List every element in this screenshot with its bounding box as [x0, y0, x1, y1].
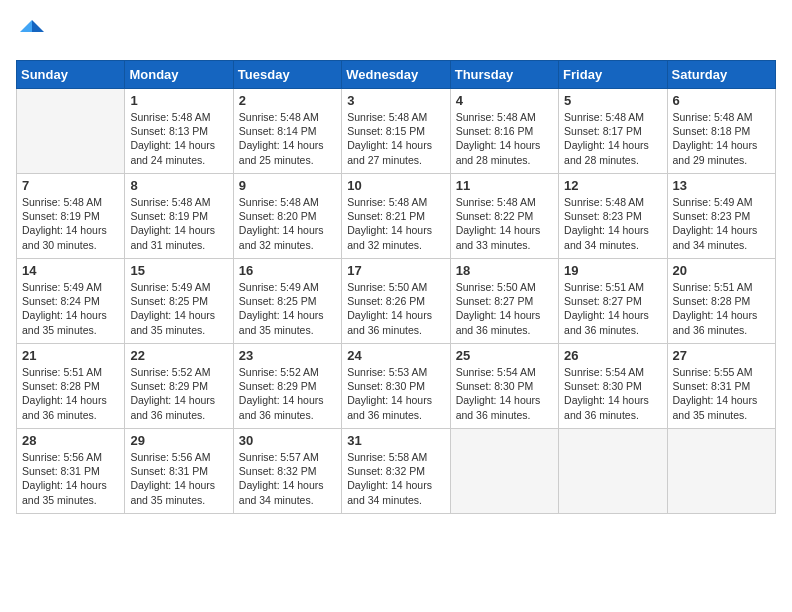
- day-cell: 8Sunrise: 5:48 AM Sunset: 8:19 PM Daylig…: [125, 174, 233, 259]
- day-number: 14: [22, 263, 119, 278]
- day-info: Sunrise: 5:49 AM Sunset: 8:25 PM Dayligh…: [130, 280, 227, 337]
- day-cell: 10Sunrise: 5:48 AM Sunset: 8:21 PM Dayli…: [342, 174, 450, 259]
- header: [16, 16, 776, 48]
- day-info: Sunrise: 5:51 AM Sunset: 8:28 PM Dayligh…: [673, 280, 770, 337]
- day-number: 5: [564, 93, 661, 108]
- day-info: Sunrise: 5:48 AM Sunset: 8:16 PM Dayligh…: [456, 110, 553, 167]
- day-number: 27: [673, 348, 770, 363]
- day-cell: 15Sunrise: 5:49 AM Sunset: 8:25 PM Dayli…: [125, 259, 233, 344]
- day-cell: 24Sunrise: 5:53 AM Sunset: 8:30 PM Dayli…: [342, 344, 450, 429]
- day-info: Sunrise: 5:51 AM Sunset: 8:28 PM Dayligh…: [22, 365, 119, 422]
- day-cell: 1Sunrise: 5:48 AM Sunset: 8:13 PM Daylig…: [125, 89, 233, 174]
- day-cell: 12Sunrise: 5:48 AM Sunset: 8:23 PM Dayli…: [559, 174, 667, 259]
- day-info: Sunrise: 5:57 AM Sunset: 8:32 PM Dayligh…: [239, 450, 336, 507]
- day-cell: 27Sunrise: 5:55 AM Sunset: 8:31 PM Dayli…: [667, 344, 775, 429]
- day-cell: 25Sunrise: 5:54 AM Sunset: 8:30 PM Dayli…: [450, 344, 558, 429]
- day-number: 3: [347, 93, 444, 108]
- day-header-wednesday: Wednesday: [342, 61, 450, 89]
- day-info: Sunrise: 5:53 AM Sunset: 8:30 PM Dayligh…: [347, 365, 444, 422]
- day-number: 9: [239, 178, 336, 193]
- day-cell: 9Sunrise: 5:48 AM Sunset: 8:20 PM Daylig…: [233, 174, 341, 259]
- day-number: 28: [22, 433, 119, 448]
- day-number: 19: [564, 263, 661, 278]
- day-cell: 11Sunrise: 5:48 AM Sunset: 8:22 PM Dayli…: [450, 174, 558, 259]
- day-cell: 6Sunrise: 5:48 AM Sunset: 8:18 PM Daylig…: [667, 89, 775, 174]
- day-info: Sunrise: 5:49 AM Sunset: 8:23 PM Dayligh…: [673, 195, 770, 252]
- day-cell: 5Sunrise: 5:48 AM Sunset: 8:17 PM Daylig…: [559, 89, 667, 174]
- day-number: 11: [456, 178, 553, 193]
- day-number: 4: [456, 93, 553, 108]
- day-info: Sunrise: 5:48 AM Sunset: 8:14 PM Dayligh…: [239, 110, 336, 167]
- day-cell: 18Sunrise: 5:50 AM Sunset: 8:27 PM Dayli…: [450, 259, 558, 344]
- day-cell: 28Sunrise: 5:56 AM Sunset: 8:31 PM Dayli…: [17, 429, 125, 514]
- day-info: Sunrise: 5:54 AM Sunset: 8:30 PM Dayligh…: [456, 365, 553, 422]
- day-info: Sunrise: 5:50 AM Sunset: 8:26 PM Dayligh…: [347, 280, 444, 337]
- day-info: Sunrise: 5:56 AM Sunset: 8:31 PM Dayligh…: [130, 450, 227, 507]
- week-row-2: 7Sunrise: 5:48 AM Sunset: 8:19 PM Daylig…: [17, 174, 776, 259]
- day-header-monday: Monday: [125, 61, 233, 89]
- day-cell: [667, 429, 775, 514]
- day-cell: 29Sunrise: 5:56 AM Sunset: 8:31 PM Dayli…: [125, 429, 233, 514]
- day-number: 23: [239, 348, 336, 363]
- day-info: Sunrise: 5:48 AM Sunset: 8:21 PM Dayligh…: [347, 195, 444, 252]
- day-number: 16: [239, 263, 336, 278]
- day-number: 8: [130, 178, 227, 193]
- day-info: Sunrise: 5:52 AM Sunset: 8:29 PM Dayligh…: [130, 365, 227, 422]
- day-cell: 2Sunrise: 5:48 AM Sunset: 8:14 PM Daylig…: [233, 89, 341, 174]
- day-number: 6: [673, 93, 770, 108]
- day-number: 22: [130, 348, 227, 363]
- day-number: 7: [22, 178, 119, 193]
- day-number: 29: [130, 433, 227, 448]
- day-number: 26: [564, 348, 661, 363]
- day-cell: 26Sunrise: 5:54 AM Sunset: 8:30 PM Dayli…: [559, 344, 667, 429]
- day-cell: 20Sunrise: 5:51 AM Sunset: 8:28 PM Dayli…: [667, 259, 775, 344]
- day-info: Sunrise: 5:49 AM Sunset: 8:24 PM Dayligh…: [22, 280, 119, 337]
- day-number: 17: [347, 263, 444, 278]
- week-row-1: 1Sunrise: 5:48 AM Sunset: 8:13 PM Daylig…: [17, 89, 776, 174]
- day-cell: 17Sunrise: 5:50 AM Sunset: 8:26 PM Dayli…: [342, 259, 450, 344]
- day-cell: 30Sunrise: 5:57 AM Sunset: 8:32 PM Dayli…: [233, 429, 341, 514]
- day-info: Sunrise: 5:48 AM Sunset: 8:17 PM Dayligh…: [564, 110, 661, 167]
- day-info: Sunrise: 5:48 AM Sunset: 8:20 PM Dayligh…: [239, 195, 336, 252]
- week-row-5: 28Sunrise: 5:56 AM Sunset: 8:31 PM Dayli…: [17, 429, 776, 514]
- day-number: 18: [456, 263, 553, 278]
- day-number: 12: [564, 178, 661, 193]
- day-cell: 13Sunrise: 5:49 AM Sunset: 8:23 PM Dayli…: [667, 174, 775, 259]
- week-row-4: 21Sunrise: 5:51 AM Sunset: 8:28 PM Dayli…: [17, 344, 776, 429]
- day-number: 24: [347, 348, 444, 363]
- day-info: Sunrise: 5:48 AM Sunset: 8:15 PM Dayligh…: [347, 110, 444, 167]
- day-info: Sunrise: 5:48 AM Sunset: 8:18 PM Dayligh…: [673, 110, 770, 167]
- day-info: Sunrise: 5:58 AM Sunset: 8:32 PM Dayligh…: [347, 450, 444, 507]
- calendar: SundayMondayTuesdayWednesdayThursdayFrid…: [16, 60, 776, 514]
- day-cell: 14Sunrise: 5:49 AM Sunset: 8:24 PM Dayli…: [17, 259, 125, 344]
- day-header-sunday: Sunday: [17, 61, 125, 89]
- day-cell: 22Sunrise: 5:52 AM Sunset: 8:29 PM Dayli…: [125, 344, 233, 429]
- day-cell: 31Sunrise: 5:58 AM Sunset: 8:32 PM Dayli…: [342, 429, 450, 514]
- day-info: Sunrise: 5:54 AM Sunset: 8:30 PM Dayligh…: [564, 365, 661, 422]
- day-header-thursday: Thursday: [450, 61, 558, 89]
- day-header-friday: Friday: [559, 61, 667, 89]
- logo-icon: [16, 16, 48, 48]
- day-info: Sunrise: 5:48 AM Sunset: 8:13 PM Dayligh…: [130, 110, 227, 167]
- day-header-saturday: Saturday: [667, 61, 775, 89]
- day-number: 15: [130, 263, 227, 278]
- day-number: 20: [673, 263, 770, 278]
- day-info: Sunrise: 5:55 AM Sunset: 8:31 PM Dayligh…: [673, 365, 770, 422]
- day-info: Sunrise: 5:56 AM Sunset: 8:31 PM Dayligh…: [22, 450, 119, 507]
- day-info: Sunrise: 5:50 AM Sunset: 8:27 PM Dayligh…: [456, 280, 553, 337]
- day-info: Sunrise: 5:48 AM Sunset: 8:22 PM Dayligh…: [456, 195, 553, 252]
- day-cell: [450, 429, 558, 514]
- day-cell: [17, 89, 125, 174]
- day-cell: 3Sunrise: 5:48 AM Sunset: 8:15 PM Daylig…: [342, 89, 450, 174]
- day-number: 25: [456, 348, 553, 363]
- day-info: Sunrise: 5:48 AM Sunset: 8:19 PM Dayligh…: [22, 195, 119, 252]
- svg-marker-0: [32, 20, 44, 32]
- day-number: 2: [239, 93, 336, 108]
- day-number: 1: [130, 93, 227, 108]
- day-cell: [559, 429, 667, 514]
- day-header-tuesday: Tuesday: [233, 61, 341, 89]
- day-cell: 7Sunrise: 5:48 AM Sunset: 8:19 PM Daylig…: [17, 174, 125, 259]
- day-number: 30: [239, 433, 336, 448]
- day-cell: 19Sunrise: 5:51 AM Sunset: 8:27 PM Dayli…: [559, 259, 667, 344]
- day-info: Sunrise: 5:48 AM Sunset: 8:23 PM Dayligh…: [564, 195, 661, 252]
